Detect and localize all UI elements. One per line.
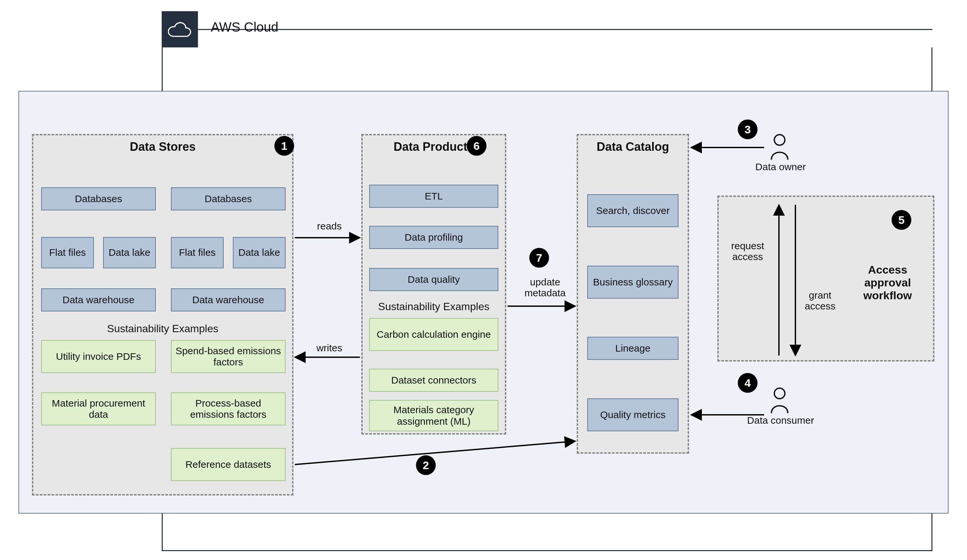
- badge-7: 7: [529, 248, 549, 268]
- dp-carbon-engine: Carbon calculation engine: [369, 318, 498, 351]
- label-update-metadata: update metadata: [515, 277, 575, 298]
- access-workflow-title: Access approval workflow: [853, 264, 922, 302]
- user-icon: [768, 133, 791, 161]
- dp-etl: ETL: [369, 185, 498, 208]
- ds-utility-invoice: Utility invoice PDFs: [41, 340, 156, 373]
- data-consumer-label: Data consumer: [736, 415, 825, 426]
- label-grant-access: grant access: [800, 290, 840, 311]
- aws-cloud-label: AWS Cloud: [211, 20, 278, 35]
- label-writes: writes: [310, 343, 349, 353]
- ds-datalake-2: Data lake: [233, 237, 285, 268]
- badge-6: 6: [467, 136, 487, 156]
- ds-reference-datasets: Reference datasets: [171, 448, 285, 481]
- diagram-canvas: AWS Cloud Data Stores Databases Database…: [0, 0, 967, 560]
- ds-process-emissions: Process-based emissions factors: [171, 392, 285, 425]
- dp-data-quality: Data quality: [369, 268, 498, 291]
- ds-warehouse-1: Data warehouse: [41, 288, 156, 311]
- ds-databases-1: Databases: [41, 187, 156, 210]
- ds-datalake-1: Data lake: [103, 237, 156, 268]
- aws-cloud-icon: [162, 11, 198, 48]
- dc-search-discover: Search, discover: [587, 194, 678, 227]
- dc-quality-metrics: Quality metrics: [587, 399, 678, 431]
- ds-sustainability-label: Sustainability Examples: [32, 323, 294, 335]
- ds-flatfiles-2: Flat files: [171, 237, 224, 268]
- dp-sustainability-label: Sustainability Examples: [361, 301, 506, 313]
- dc-business-glossary: Business glossary: [587, 266, 678, 298]
- dc-lineage: Lineage: [587, 337, 678, 360]
- user-icon: [768, 387, 791, 415]
- data-catalog-title: Data Catalog: [578, 135, 688, 154]
- ds-spend-emissions: Spend-based emissions factors: [171, 340, 285, 373]
- dp-data-profiling: Data profiling: [369, 226, 498, 249]
- label-reads: reads: [310, 221, 349, 231]
- svg-point-0: [774, 135, 785, 145]
- ds-warehouse-2: Data warehouse: [171, 288, 285, 311]
- badge-3: 3: [738, 120, 757, 139]
- ds-databases-2: Databases: [171, 187, 285, 210]
- dp-materials-ml: Materials category assignment (ML): [369, 400, 498, 431]
- data-owner-label: Data owner: [744, 161, 817, 172]
- dp-dataset-connectors: Dataset connectors: [369, 369, 498, 392]
- svg-point-1: [774, 388, 785, 399]
- badge-2: 2: [416, 455, 436, 475]
- data-stores-title: Data Stores: [33, 135, 292, 154]
- ds-material-procurement: Material procurement data: [41, 392, 156, 425]
- badge-5: 5: [891, 210, 911, 230]
- ds-flatfiles-1: Flat files: [41, 237, 94, 268]
- badge-4: 4: [738, 373, 757, 393]
- badge-1: 1: [274, 136, 294, 156]
- cloud-icon: [168, 21, 192, 37]
- label-request-access: request access: [724, 240, 771, 262]
- aws-cloud-border-top: [198, 29, 932, 30]
